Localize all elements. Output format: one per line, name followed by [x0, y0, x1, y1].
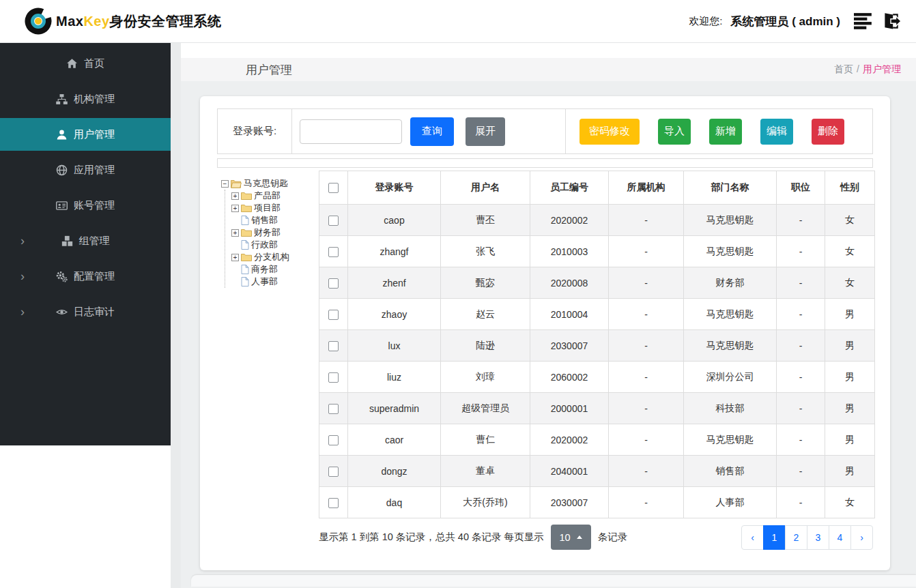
table-row[interactable]: caor曹仁2020002-马克思钥匙-男	[319, 424, 875, 456]
table-cell: -	[777, 267, 825, 299]
tree-node-label: 人事部	[251, 276, 278, 288]
sidebar-item-org[interactable]: 机构管理	[0, 81, 171, 117]
tree-node-root[interactable]: −马克思钥匙	[221, 177, 319, 190]
expand-button[interactable]: 展开	[466, 117, 505, 146]
sidebar-item-home[interactable]: 首页	[0, 46, 171, 81]
pager-page-1[interactable]: 1	[763, 525, 786, 550]
table-row[interactable]: dongz董卓2040001-销售部-男	[319, 456, 875, 487]
table-row[interactable]: lux陆逊2030007-马克思钥匙-男	[319, 330, 875, 362]
row-checkbox[interactable]	[328, 278, 339, 289]
table-row[interactable]: caop曹丕2020002-马克思钥匙-女	[319, 205, 875, 236]
plus-box-icon[interactable]: +	[231, 229, 239, 237]
change-password-button[interactable]: 密码修改	[579, 119, 640, 145]
row-checkbox[interactable]	[328, 372, 339, 383]
breadcrumb-current: 用户管理	[863, 63, 901, 74]
pager-page-2[interactable]: 2	[785, 525, 807, 550]
table-row[interactable]: zhenf甄宓2020008-财务部-女	[319, 267, 875, 299]
breadcrumb-home-link[interactable]: 首页	[834, 63, 853, 74]
pager-next[interactable]: ›	[850, 525, 873, 550]
row-checkbox[interactable]	[328, 435, 339, 445]
sidebar-item-audit[interactable]: ›日志审计	[0, 294, 171, 329]
table-cell: 马克思钥匙	[684, 424, 777, 456]
table-row[interactable]: liuz刘璋2060002-深圳分公司-男	[319, 362, 875, 393]
table-cell: 赵云	[441, 299, 530, 330]
tree-node[interactable]: 行政部	[231, 239, 319, 251]
row-checkbox[interactable]	[328, 310, 339, 320]
tree-node[interactable]: 销售部	[231, 214, 319, 226]
users-table: 登录账号用户名员工编号所属机构部门名称职位性别 caop曹丕2020002-马克…	[319, 171, 875, 518]
table-cell: -	[777, 393, 825, 424]
plus-box-icon[interactable]: +	[231, 205, 239, 212]
page-footer-strip	[191, 575, 916, 587]
tree-node-label: 分支机构	[254, 251, 289, 263]
row-checkbox[interactable]	[328, 247, 339, 257]
column-header: 用户名	[441, 171, 530, 205]
sidebar-item-user[interactable]: 用户管理	[0, 118, 171, 151]
table-cell: 销售部	[684, 456, 777, 487]
table-cell: -	[777, 236, 825, 267]
table-row[interactable]: zhangf张飞2010003-马克思钥匙-女	[319, 236, 875, 267]
sidebar-item-app[interactable]: 应用管理	[0, 152, 171, 188]
org-tree: −马克思钥匙+产品部+项目部销售部+财务部行政部+分支机构商务部人事部	[217, 171, 319, 550]
table-cell: 男	[825, 330, 875, 362]
sidebar-item-label: 机构管理	[74, 93, 115, 106]
table-cell: 2030007	[530, 330, 609, 362]
breadcrumb-separator: /	[857, 63, 859, 74]
table-cell: -	[609, 330, 684, 362]
sidebar-item-config[interactable]: ›配置管理	[0, 259, 171, 294]
table-row[interactable]: superadmin超级管理员2000001-科技部-男	[319, 393, 875, 424]
add-button[interactable]: 新增	[709, 119, 742, 145]
tree-node[interactable]: 商务部	[231, 263, 319, 276]
pager-page-3[interactable]: 3	[807, 525, 829, 550]
tree-node[interactable]: 人事部	[231, 276, 319, 288]
file-icon	[241, 265, 249, 274]
plus-box-icon[interactable]: +	[231, 192, 239, 200]
sidebar-item-account[interactable]: 账号管理	[0, 188, 171, 223]
pager-page-4[interactable]: 4	[829, 525, 851, 550]
column-header: 登录账号	[348, 171, 441, 205]
table-row[interactable]: daq大乔(乔玮)2030007-人事部-女	[319, 487, 875, 518]
row-select-cell	[319, 330, 348, 362]
globe-icon	[56, 164, 68, 176]
table-cell: 曹仁	[441, 424, 530, 456]
edit-button[interactable]: 编辑	[760, 119, 793, 145]
brand-suffix: 身份安全管理系统	[110, 14, 222, 29]
table-cell: -	[609, 424, 684, 456]
top-header: MaxKey身份安全管理系统 欢迎您: 系统管理员 ( admin )	[0, 0, 916, 43]
content-top-spacer	[181, 43, 916, 58]
query-button[interactable]: 查询	[410, 117, 454, 146]
page-size-dropdown[interactable]: 10	[551, 525, 591, 550]
pager-prev[interactable]: ‹	[741, 525, 764, 550]
table-cell: 董卓	[441, 456, 530, 487]
table-cell: zhaoy	[348, 299, 441, 330]
import-button[interactable]: 导入	[658, 119, 691, 145]
row-checkbox[interactable]	[328, 498, 339, 508]
row-checkbox[interactable]	[328, 341, 339, 351]
tree-node[interactable]: +财务部	[231, 226, 319, 239]
table-cell: -	[609, 205, 684, 236]
tree-node[interactable]: +分支机构	[231, 251, 319, 263]
table-footer: 显示第 1 到第 10 条记录，总共 40 条记录 每页显示 10 条记录 ‹1…	[319, 525, 873, 550]
delete-button[interactable]: 删除	[812, 119, 844, 145]
brand-key: Key	[83, 14, 109, 29]
table-cell: 女	[825, 267, 875, 299]
table-cell: 2030007	[530, 487, 609, 518]
logout-icon[interactable]	[881, 12, 901, 30]
table-row[interactable]: zhaoy赵云2010004-马克思钥匙-男	[319, 299, 875, 330]
row-checkbox[interactable]	[328, 404, 339, 414]
sidebar-item-group[interactable]: ›组管理	[0, 223, 171, 259]
table-cell: -	[609, 236, 684, 267]
sidebar-divider	[171, 43, 181, 588]
plus-box-icon[interactable]: +	[231, 254, 239, 261]
row-select-cell	[319, 236, 348, 267]
select-all-checkbox[interactable]	[328, 183, 339, 193]
minus-box-icon[interactable]: −	[221, 180, 229, 188]
tree-node[interactable]: +项目部	[231, 202, 319, 214]
row-checkbox[interactable]	[328, 467, 339, 477]
menu-icon[interactable]	[854, 12, 873, 30]
row-checkbox[interactable]	[328, 216, 339, 226]
login-account-input[interactable]	[300, 119, 402, 144]
table-cell: 陆逊	[441, 330, 530, 362]
tree-node[interactable]: +产品部	[231, 190, 319, 202]
table-cell: dongz	[348, 456, 441, 487]
